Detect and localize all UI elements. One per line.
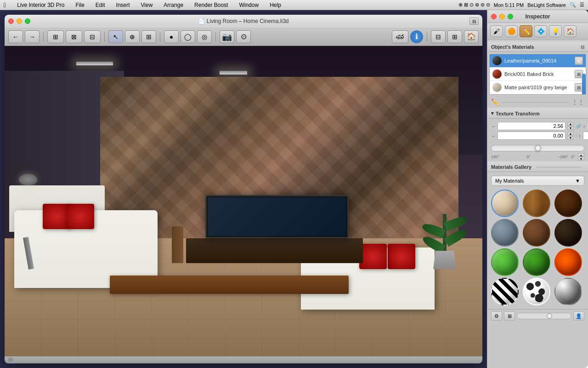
- material-sphere-leather: [492, 56, 502, 65]
- plant-pot: [433, 251, 456, 269]
- rotation-down[interactable]: ▼: [578, 157, 584, 161]
- offset-y-input[interactable]: 0.00: [583, 132, 588, 140]
- plant-leaf-1: [444, 215, 469, 231]
- rotation-slider-container: [487, 143, 588, 152]
- circle-tool[interactable]: ●: [164, 30, 179, 43]
- view3d-button[interactable]: ⊞: [447, 30, 462, 43]
- window-close[interactable]: [8, 18, 14, 24]
- offset-x-up[interactable]: ▲: [567, 132, 574, 136]
- ceiling-light-1: [76, 62, 113, 65]
- rotation-slider-track[interactable]: [491, 145, 584, 151]
- texture-section: ↔ 2.56 ▲ ▼ 🔗 ↕ 2.56 ▲ ▼ ↔: [487, 119, 588, 143]
- tv[interactable]: [205, 195, 349, 238]
- gallery-dropdown[interactable]: My Materials ▼: [491, 176, 584, 186]
- link-icon[interactable]: 🔗: [576, 122, 581, 130]
- fill-tool[interactable]: ◎: [197, 30, 212, 43]
- menu-window[interactable]: Window: [237, 1, 260, 9]
- group-tool[interactable]: ⊞: [141, 30, 156, 43]
- status-handle[interactable]: [8, 358, 13, 362]
- gallery-item-beige[interactable]: [491, 190, 519, 217]
- inspector-tab-light[interactable]: 💡: [549, 25, 562, 37]
- gallery-size-thumb[interactable]: [547, 313, 552, 319]
- menu-insert[interactable]: Insert: [114, 1, 132, 9]
- select-tool[interactable]: ↖: [108, 30, 123, 43]
- floorplan-button[interactable]: ⊞: [47, 30, 64, 43]
- toolbar-right: 🏎 ℹ ⊟ ⊞ 🏠: [392, 30, 479, 43]
- inspector-close[interactable]: [491, 14, 497, 19]
- gallery-user-btn[interactable]: 👤: [573, 311, 584, 321]
- forward-button[interactable]: →: [25, 30, 40, 43]
- inspector-tab-texture[interactable]: 💠: [534, 25, 547, 37]
- scale-x-input[interactable]: 2.56: [498, 122, 565, 130]
- inspector-title: Inspector: [525, 13, 550, 20]
- gallery-item-fire[interactable]: [554, 248, 582, 276]
- gallery-item-marble[interactable]: [523, 219, 550, 247]
- render-button[interactable]: ⊠: [66, 30, 82, 43]
- home-view-button[interactable]: 🏠: [464, 30, 479, 43]
- inspector-maximize[interactable]: [508, 14, 513, 19]
- gallery-item-green-light[interactable]: [491, 248, 519, 276]
- pencil-icon[interactable]: ✏️: [491, 98, 499, 106]
- offset-x-down[interactable]: ▼: [567, 136, 574, 140]
- rect-tool[interactable]: ◯: [181, 30, 195, 43]
- menu-icon[interactable]: ☰: [580, 2, 584, 8]
- gallery-item-stone[interactable]: [491, 219, 519, 247]
- rotation-zero-label: 0°: [502, 155, 556, 159]
- menu-edit[interactable]: Edit: [94, 1, 107, 9]
- rotation-stepper: ▲ ▼: [578, 153, 584, 161]
- material-action-leather[interactable]: ⊞: [575, 57, 583, 65]
- search-icon[interactable]: 🔍: [570, 2, 576, 8]
- menu-file[interactable]: File: [74, 1, 86, 9]
- camera-tool[interactable]: 📷: [220, 30, 234, 43]
- gallery-item-wood[interactable]: [523, 190, 550, 217]
- gallery-grid-btn[interactable]: ⊞: [504, 311, 515, 321]
- menu-renderbust[interactable]: Render Boost: [192, 1, 230, 9]
- inspector-tab-material[interactable]: ✏️: [520, 25, 532, 37]
- material-item-leather[interactable]: Leather/pamela_09014 ⊞: [490, 54, 586, 68]
- menu-help[interactable]: Help: [268, 1, 283, 9]
- direct-select-tool[interactable]: ⊕: [125, 30, 140, 43]
- export-button[interactable]: ⊟: [84, 30, 101, 43]
- inspector-minimize[interactable]: [499, 14, 505, 19]
- rotation-slider-thumb[interactable]: [535, 145, 541, 151]
- offset-row: ↔ 0.00 ▲ ▼ I ↕ 0.00 ▲ ▼: [491, 132, 584, 140]
- menu-arrange[interactable]: Arrange: [162, 1, 185, 9]
- materials-scrollbar[interactable]: [582, 74, 586, 95]
- window-minimize[interactable]: [17, 18, 22, 24]
- view2d-button[interactable]: ⊟: [431, 30, 446, 43]
- back-button[interactable]: ←: [8, 30, 23, 43]
- help-button[interactable]: 🏎: [392, 30, 408, 43]
- canvas-area[interactable]: [5, 46, 482, 356]
- offset-x-input[interactable]: 0.00: [498, 132, 565, 140]
- gallery-item-chrome[interactable]: [554, 278, 582, 305]
- status-bar: [5, 356, 482, 363]
- apple-menu[interactable]: : [4, 1, 6, 9]
- scale-x-stepper: ▲ ▼: [567, 122, 574, 130]
- gallery-item-darkwood[interactable]: [554, 190, 582, 217]
- texture-transform-label: Texture Transform: [496, 111, 540, 116]
- scale-x-up[interactable]: ▲: [567, 122, 574, 126]
- texture-transform-header[interactable]: ▾ Texture Transform: [487, 108, 588, 119]
- menu-app[interactable]: Live Interior 3D Pro: [15, 1, 66, 9]
- scale-x-down[interactable]: ▼: [567, 126, 574, 130]
- gallery-item-spots[interactable]: [523, 278, 550, 305]
- window-maximize[interactable]: [25, 18, 30, 24]
- gallery-item-green-dark[interactable]: [523, 248, 550, 276]
- gallery-item-dark[interactable]: [554, 219, 582, 247]
- gallery-item-zebra[interactable]: [491, 278, 519, 305]
- snapshot-tool[interactable]: ⊙: [236, 30, 251, 43]
- material-item-brick[interactable]: Brick/001 Baked Brick ⊞: [490, 68, 586, 81]
- gallery-size-slider[interactable]: [517, 313, 571, 319]
- material-item-matte[interactable]: Matte paint/1019 grey beige ⊞: [490, 81, 586, 94]
- inspector-tab-brush[interactable]: 🖌: [490, 25, 503, 37]
- gallery-settings-btn[interactable]: ⚙: [491, 311, 502, 321]
- material-name-matte: Matte paint/1019 grey beige: [504, 85, 567, 90]
- rotation-up[interactable]: ▲: [578, 153, 584, 157]
- inspector-tab-home[interactable]: 🏠: [564, 25, 577, 37]
- menu-view[interactable]: View: [139, 1, 155, 9]
- window-resize-btn[interactable]: ⊟: [469, 17, 479, 25]
- info-button[interactable]: ℹ: [410, 30, 423, 43]
- inspector-tab-object[interactable]: 🟠: [505, 25, 518, 37]
- menu-dots-icon[interactable]: ⋮⋮: [571, 98, 584, 106]
- coffee-table: [110, 276, 349, 294]
